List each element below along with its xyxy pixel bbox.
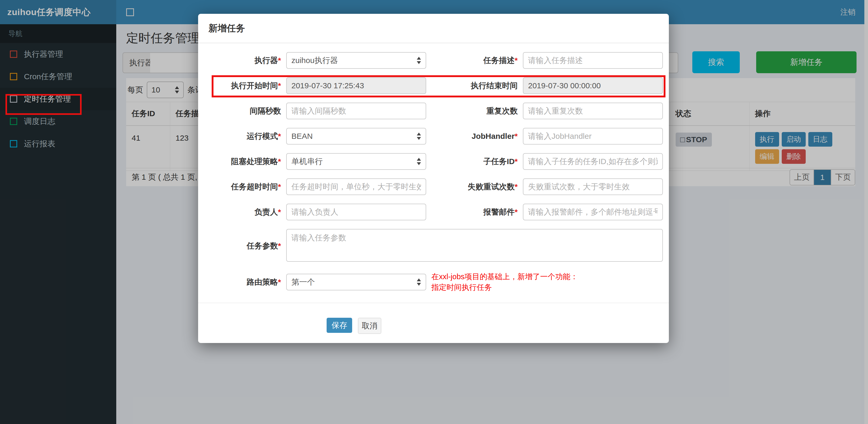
route-strategy-select[interactable]: 第一个 xyxy=(286,274,426,290)
repeat-count-label: 重复次数 xyxy=(431,106,518,117)
child-task-input[interactable] xyxy=(523,153,663,170)
run-mode-select[interactable]: BEAN xyxy=(286,128,426,144)
form-row: 阻塞处理策略* 单机串行 子任务ID* xyxy=(198,153,669,170)
form-row: 运行模式* BEAN JobHandler* xyxy=(198,128,669,144)
alarm-email-input[interactable] xyxy=(523,204,663,220)
add-task-modal: 新增任务 执行器* zuihou执行器 任务描述* 执行开始时间* 执行结束时间… xyxy=(198,14,669,343)
repeat-count-input[interactable] xyxy=(523,103,663,119)
owner-label: 负责人* xyxy=(198,207,281,218)
executor-label: 执行器* xyxy=(198,55,281,66)
screen: zuihou任务调度中心 注销 导航 执行器管理 Cron任务管理 定时任务管理… xyxy=(0,0,868,424)
modal-header: 新增任务 xyxy=(198,14,669,43)
feature-note: 在xxl-jobs项目的基础上，新增了一个功能： 指定时间执行任务 xyxy=(431,271,663,293)
block-strategy-label: 阻塞处理策略* xyxy=(198,156,281,167)
task-params-textarea[interactable] xyxy=(286,229,663,262)
retry-count-input[interactable] xyxy=(523,178,663,195)
modal-body: 执行器* zuihou执行器 任务描述* 执行开始时间* 执行结束时间 间隔秒数… xyxy=(198,43,669,334)
block-strategy-select[interactable]: 单机串行 xyxy=(286,153,426,170)
run-mode-label: 运行模式* xyxy=(198,131,281,142)
route-strategy-label: 路由策略* xyxy=(198,277,281,288)
feature-note-line2: 指定时间执行任务 xyxy=(431,282,663,293)
end-time-input[interactable] xyxy=(523,77,663,94)
save-button[interactable]: 保存 xyxy=(327,318,352,333)
retry-count-label: 失败重试次数* xyxy=(431,182,518,192)
start-time-input[interactable] xyxy=(286,77,426,94)
modal-title: 新增任务 xyxy=(209,22,245,34)
form-row: 间隔秒数 重复次数 xyxy=(198,103,669,119)
timeout-label: 任务超时时间* xyxy=(198,182,281,192)
task-desc-label: 任务描述* xyxy=(431,55,518,66)
task-params-label: 任务参数* xyxy=(198,241,281,251)
select-arrows-icon xyxy=(417,279,421,286)
modal-footer: 保存 取消 xyxy=(198,303,669,334)
timeout-input[interactable] xyxy=(286,178,426,195)
form-row: 任务超时时间* 失败重试次数* xyxy=(198,178,669,195)
interval-input[interactable] xyxy=(286,103,426,119)
select-arrows-icon xyxy=(417,133,421,140)
jobhandler-label: JobHandler* xyxy=(431,132,518,141)
cancel-button[interactable]: 取消 xyxy=(358,318,381,334)
feature-note-line1: 在xxl-jobs项目的基础上，新增了一个功能： xyxy=(431,271,663,282)
jobhandler-input[interactable] xyxy=(523,128,663,144)
form-row: 负责人* 报警邮件* xyxy=(198,204,669,220)
owner-input[interactable] xyxy=(286,204,426,220)
form-row: 路由策略* 第一个 在xxl-jobs项目的基础上，新增了一个功能： 指定时间执… xyxy=(198,271,669,293)
alarm-email-label: 报警邮件* xyxy=(431,207,518,218)
executor-select[interactable]: zuihou执行器 xyxy=(286,52,426,69)
end-time-label: 执行结束时间 xyxy=(431,80,518,91)
form-row: 执行器* zuihou执行器 任务描述* xyxy=(198,52,669,69)
select-arrows-icon xyxy=(417,158,421,165)
interval-label: 间隔秒数 xyxy=(198,106,281,117)
task-desc-input[interactable] xyxy=(523,52,663,69)
form-row: 执行开始时间* 执行结束时间 xyxy=(198,77,669,94)
start-time-label: 执行开始时间* xyxy=(198,80,281,91)
select-arrows-icon xyxy=(417,57,421,64)
form-row: 任务参数* xyxy=(198,229,669,263)
child-task-label: 子任务ID* xyxy=(431,156,518,167)
